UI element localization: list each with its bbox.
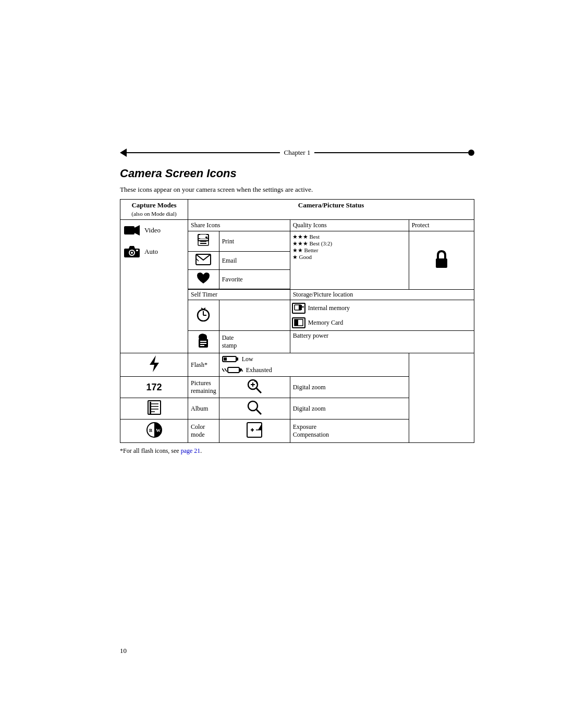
svg-rect-0 [124, 226, 134, 235]
email-icon-cell [188, 252, 219, 270]
color-mode-icon-cell: B W [120, 419, 188, 443]
table-row-color-exposure: B W Colormode [120, 419, 474, 443]
digital-zoom-icon-cell [219, 377, 290, 398]
svg-marker-59 [258, 425, 261, 430]
table-row-flash-battery: Flash* Low [120, 353, 474, 377]
internal-memory-icon [292, 302, 305, 314]
quality-better: ★★ Better [292, 247, 407, 254]
svg-rect-24 [301, 306, 304, 307]
digital-zoom2-icon-cell [219, 398, 290, 419]
quality-good: ★ Good [292, 254, 407, 261]
battery-low-label: Low [242, 355, 253, 363]
good-label: Good [299, 254, 311, 260]
exposure-icon-cell [219, 419, 290, 443]
exposure-label: ExposureCompensation [290, 419, 409, 443]
svg-rect-27 [295, 319, 298, 326]
svg-line-51 [256, 410, 261, 414]
chapter-arrow [120, 149, 127, 157]
date-stamp-label: Datestamp [219, 331, 290, 353]
best-label: Best [309, 233, 320, 240]
self-timer-icon [196, 307, 211, 322]
digital-zoom-label: Digital zoom [290, 377, 409, 398]
svg-line-36 [225, 368, 227, 372]
quality-stars-cell: ★★★ Best ★★★ Best (3:2) ★★ Better ★ Good [290, 231, 409, 290]
flash-label: Flash* [188, 353, 219, 377]
table-row-pictures-zoom: 172 Picturesremaining [120, 377, 474, 398]
internal-memory-row: Internal memory [292, 302, 472, 314]
video-camera-icon [124, 223, 140, 238]
svg-rect-10 [200, 243, 206, 244]
still-camera-icon [124, 245, 140, 258]
svg-rect-9 [200, 241, 206, 242]
favorite-icon [197, 272, 210, 285]
memory-card-icon [292, 316, 305, 329]
storage-icons-cell: Internal memory Memory Card [290, 300, 474, 331]
svg-rect-13 [436, 258, 447, 268]
table-row-album-color-exposure: Album Digital zoom [120, 398, 474, 419]
capture-modes-header: Capture Modes (also on Mode dial) [120, 200, 188, 220]
footnote-period: . [200, 447, 202, 454]
battery-low-icon [222, 355, 239, 363]
pictures-number-cell: 172 [120, 377, 188, 398]
chapter-dot [468, 150, 474, 156]
quality-icons-header: Quality Icons [290, 220, 409, 231]
print-icon-cell [188, 231, 219, 252]
page-number: 10 [120, 647, 127, 655]
footnote: *For all flash icons, see page 21. [120, 447, 474, 455]
svg-rect-49 [150, 402, 151, 414]
favorite-icon-cell [188, 270, 219, 289]
chapter-line [120, 149, 474, 157]
svg-rect-37 [228, 367, 239, 373]
chapter-rule [127, 152, 468, 153]
footnote-link[interactable]: page 21 [181, 447, 201, 454]
page-title: Camera Screen Icons [120, 167, 474, 180]
svg-line-41 [256, 388, 261, 393]
quality-best32: ★★★ Best (3:2) [292, 240, 407, 247]
battery-exhausted-label: Exhausted [246, 366, 272, 374]
self-timer-header: Self Timer [188, 290, 290, 300]
album-icon [148, 400, 161, 415]
date-stamp-icon-cell [188, 331, 219, 353]
favorite-label: Favorite [219, 270, 290, 289]
zoom-icon [247, 400, 262, 415]
self-timer-icon-cell [188, 300, 219, 331]
footnote-asterisk: *For all flash icons, see [120, 447, 181, 454]
album-icon-cell [120, 398, 188, 419]
svg-rect-29 [200, 343, 206, 344]
quality-best: ★★★ Best [292, 233, 407, 240]
page: Chapter 1 Camera Screen Icons These icon… [0, 0, 563, 728]
pictures-number: 172 [146, 382, 162, 392]
album-label: Album [188, 398, 219, 419]
print-label: Print [219, 231, 290, 252]
better-label: Better [304, 247, 318, 253]
email-icon [195, 254, 211, 265]
svg-rect-12 [205, 237, 207, 238]
svg-rect-30 [200, 345, 204, 346]
svg-rect-11 [200, 235, 206, 239]
svg-text:W: W [156, 428, 161, 433]
storage-header: Storage/Picture location [290, 290, 474, 300]
svg-line-35 [222, 368, 224, 372]
svg-marker-31 [150, 355, 159, 372]
intro-text: These icons appear on your camera screen… [120, 186, 474, 194]
svg-rect-34 [224, 357, 227, 361]
svg-rect-28 [200, 341, 206, 342]
table-row: Video Auto [120, 220, 474, 231]
battery-low-row: Low [222, 355, 406, 363]
share-icons-header: Share Icons [188, 220, 290, 231]
svg-rect-33 [236, 357, 238, 361]
main-content: Camera Screen Icons These icons appear o… [120, 167, 474, 455]
svg-text:B: B [149, 428, 152, 433]
lock-icon [434, 250, 449, 269]
capture-item-auto: Auto [124, 245, 185, 258]
capture-item-video: Video [124, 223, 185, 238]
digital-zoom-icon [247, 379, 262, 393]
memory-card-label: Memory Card [308, 319, 344, 327]
exposure-icon [247, 422, 262, 438]
video-label: Video [144, 226, 161, 235]
flash-icon-cell [120, 353, 188, 377]
flash-icon [149, 355, 160, 372]
color-mode-icon: B W [146, 422, 163, 438]
battery-header: Battery power [290, 331, 474, 353]
internal-memory-label: Internal memory [308, 304, 350, 312]
